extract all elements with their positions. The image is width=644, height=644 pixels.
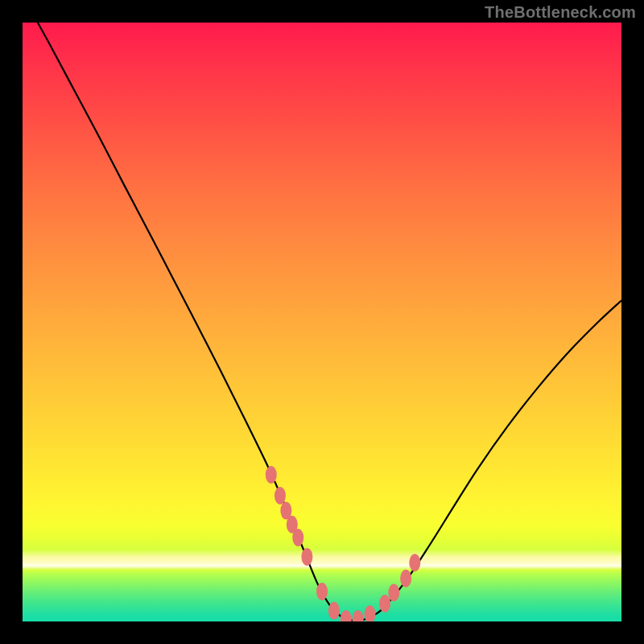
watermark-text: TheBottleneck.com: [485, 3, 636, 22]
highlight-dot: [301, 548, 312, 566]
bottleneck-curve: [23, 23, 621, 621]
curve-layer: [23, 23, 621, 621]
highlight-dot: [379, 595, 390, 613]
highlight-dots-group: [266, 466, 421, 621]
highlight-dot: [365, 605, 376, 621]
highlight-dot: [328, 602, 340, 620]
highlight-dot: [388, 584, 399, 601]
highlight-dot: [353, 610, 364, 621]
highlight-dot: [275, 487, 286, 505]
plot-area: [23, 23, 621, 621]
highlight-dot: [341, 610, 352, 621]
highlight-dot: [292, 529, 303, 547]
highlight-dot: [316, 583, 328, 601]
highlight-dot: [266, 466, 277, 484]
highlight-dot: [400, 569, 411, 587]
highlight-dot: [409, 554, 420, 572]
chart-frame: TheBottleneck.com: [0, 0, 644, 644]
